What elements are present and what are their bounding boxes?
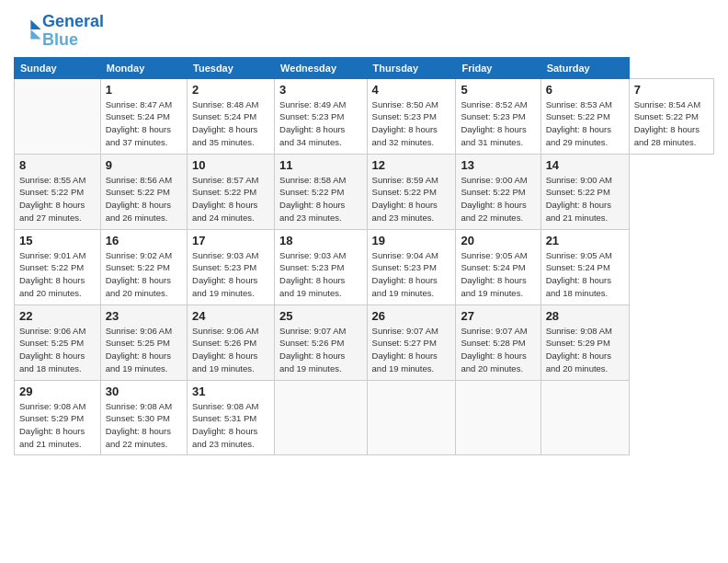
day-info: Sunrise: 9:02 AMSunset: 5:22 PMDaylight:… [106, 249, 182, 300]
calendar-week-1: 1Sunrise: 8:47 AMSunset: 5:24 PMDaylight… [15, 78, 714, 154]
day-number: 28 [546, 309, 624, 323]
calendar-cell: 11Sunrise: 8:58 AMSunset: 5:22 PMDayligh… [275, 154, 368, 229]
calendar-cell: 23Sunrise: 9:06 AMSunset: 5:25 PMDayligh… [100, 304, 187, 380]
day-info: Sunrise: 9:03 AMSunset: 5:23 PMDaylight:… [192, 249, 269, 300]
calendar-cell: 26Sunrise: 9:07 AMSunset: 5:27 PMDayligh… [367, 304, 456, 380]
day-number: 5 [461, 83, 535, 97]
page: General Blue SundayMondayTuesdayWednesda… [0, 0, 728, 563]
day-number: 9 [106, 158, 182, 172]
day-number: 25 [279, 309, 362, 323]
day-info: Sunrise: 9:08 AMSunset: 5:31 PMDaylight:… [192, 400, 269, 451]
day-info: Sunrise: 8:47 AMSunset: 5:24 PMDaylight:… [106, 98, 182, 149]
calendar-cell [275, 380, 368, 454]
day-number: 14 [546, 158, 624, 172]
calendar-cell: 14Sunrise: 9:00 AMSunset: 5:22 PMDayligh… [540, 154, 629, 229]
calendar-cell: 1Sunrise: 8:47 AMSunset: 5:24 PMDaylight… [100, 78, 187, 154]
day-number: 22 [19, 309, 96, 323]
day-info: Sunrise: 9:08 AMSunset: 5:30 PMDaylight:… [106, 400, 182, 451]
calendar-cell: 4Sunrise: 8:50 AMSunset: 5:23 PMDaylight… [367, 78, 456, 154]
calendar-header-wednesday: Wednesday [275, 57, 368, 78]
day-number: 11 [279, 158, 362, 172]
calendar-cell: 18Sunrise: 9:03 AMSunset: 5:23 PMDayligh… [275, 229, 368, 304]
calendar-cell: 30Sunrise: 9:08 AMSunset: 5:30 PMDayligh… [100, 380, 187, 454]
day-info: Sunrise: 9:00 AMSunset: 5:22 PMDaylight:… [546, 174, 624, 224]
calendar-cell [456, 380, 540, 454]
day-number: 21 [546, 234, 624, 247]
day-info: Sunrise: 8:58 AMSunset: 5:22 PMDaylight:… [279, 174, 362, 224]
calendar-cell: 15Sunrise: 9:01 AMSunset: 5:22 PMDayligh… [15, 229, 101, 304]
calendar-cell: 9Sunrise: 8:56 AMSunset: 5:22 PMDaylight… [100, 154, 187, 229]
day-info: Sunrise: 9:01 AMSunset: 5:22 PMDaylight:… [19, 249, 96, 300]
day-number: 13 [461, 158, 535, 172]
calendar-cell: 6Sunrise: 8:53 AMSunset: 5:22 PMDaylight… [540, 78, 629, 154]
logo-icon [17, 17, 42, 42]
day-number: 4 [372, 83, 451, 97]
calendar-week-5: 29Sunrise: 9:08 AMSunset: 5:29 PMDayligh… [15, 380, 714, 454]
calendar-cell: 20Sunrise: 9:05 AMSunset: 5:24 PMDayligh… [456, 229, 540, 304]
day-info: Sunrise: 8:53 AMSunset: 5:22 PMDaylight:… [546, 98, 624, 149]
day-number: 24 [192, 309, 269, 323]
day-info: Sunrise: 8:56 AMSunset: 5:22 PMDaylight:… [106, 174, 182, 224]
day-info: Sunrise: 8:55 AMSunset: 5:22 PMDaylight:… [19, 174, 96, 224]
day-info: Sunrise: 8:59 AMSunset: 5:22 PMDaylight:… [372, 174, 451, 224]
calendar-cell [367, 380, 456, 454]
day-number: 1 [106, 83, 182, 97]
day-info: Sunrise: 9:06 AMSunset: 5:25 PMDaylight:… [19, 325, 96, 375]
day-number: 27 [461, 309, 535, 323]
svg-marker-0 [30, 19, 40, 29]
calendar-header-thursday: Thursday [367, 57, 456, 78]
day-info: Sunrise: 8:52 AMSunset: 5:23 PMDaylight:… [461, 98, 535, 149]
day-number: 15 [19, 234, 96, 247]
calendar-cell: 19Sunrise: 9:04 AMSunset: 5:23 PMDayligh… [367, 229, 456, 304]
day-info: Sunrise: 9:07 AMSunset: 5:27 PMDaylight:… [372, 325, 451, 375]
day-number: 20 [461, 234, 535, 247]
day-number: 3 [279, 83, 362, 97]
day-info: Sunrise: 9:05 AMSunset: 5:24 PMDaylight:… [546, 249, 624, 300]
header: General Blue [14, 9, 714, 50]
calendar-cell: 13Sunrise: 9:00 AMSunset: 5:22 PMDayligh… [456, 154, 540, 229]
calendar-cell: 22Sunrise: 9:06 AMSunset: 5:25 PMDayligh… [15, 304, 101, 380]
logo: General Blue [14, 13, 104, 50]
day-info: Sunrise: 9:06 AMSunset: 5:26 PMDaylight:… [192, 325, 269, 375]
day-number: 12 [372, 158, 451, 172]
calendar-cell: 7Sunrise: 8:54 AMSunset: 5:22 PMDaylight… [629, 78, 713, 154]
day-info: Sunrise: 9:08 AMSunset: 5:29 PMDaylight:… [19, 400, 96, 451]
day-number: 16 [106, 234, 182, 247]
day-info: Sunrise: 9:07 AMSunset: 5:28 PMDaylight:… [461, 325, 535, 375]
day-info: Sunrise: 8:48 AMSunset: 5:24 PMDaylight:… [192, 98, 269, 149]
day-number: 26 [372, 309, 451, 323]
calendar-cell: 10Sunrise: 8:57 AMSunset: 5:22 PMDayligh… [188, 154, 275, 229]
day-info: Sunrise: 8:49 AMSunset: 5:23 PMDaylight:… [279, 98, 362, 149]
calendar-week-3: 15Sunrise: 9:01 AMSunset: 5:22 PMDayligh… [15, 229, 714, 304]
calendar-cell: 8Sunrise: 8:55 AMSunset: 5:22 PMDaylight… [15, 154, 101, 229]
calendar-cell: 27Sunrise: 9:07 AMSunset: 5:28 PMDayligh… [456, 304, 540, 380]
calendar-week-2: 8Sunrise: 8:55 AMSunset: 5:22 PMDaylight… [15, 154, 714, 229]
day-info: Sunrise: 9:03 AMSunset: 5:23 PMDaylight:… [279, 249, 362, 300]
calendar-header-tuesday: Tuesday [188, 57, 275, 78]
calendar-cell: 16Sunrise: 9:02 AMSunset: 5:22 PMDayligh… [100, 229, 187, 304]
day-number: 31 [192, 385, 269, 398]
calendar-cell: 17Sunrise: 9:03 AMSunset: 5:23 PMDayligh… [188, 229, 275, 304]
day-info: Sunrise: 8:57 AMSunset: 5:22 PMDaylight:… [192, 174, 269, 224]
day-number: 7 [634, 83, 709, 97]
calendar-cell: 3Sunrise: 8:49 AMSunset: 5:23 PMDaylight… [275, 78, 368, 154]
calendar-cell: 29Sunrise: 9:08 AMSunset: 5:29 PMDayligh… [15, 380, 101, 454]
calendar-cell: 24Sunrise: 9:06 AMSunset: 5:26 PMDayligh… [188, 304, 275, 380]
day-number: 6 [546, 83, 624, 97]
day-number: 8 [19, 158, 96, 172]
calendar-cell: 21Sunrise: 9:05 AMSunset: 5:24 PMDayligh… [540, 229, 629, 304]
calendar-cell: 12Sunrise: 8:59 AMSunset: 5:22 PMDayligh… [367, 154, 456, 229]
day-number: 17 [192, 234, 269, 247]
day-info: Sunrise: 8:54 AMSunset: 5:22 PMDaylight:… [634, 98, 709, 149]
day-number: 19 [372, 234, 451, 247]
day-info: Sunrise: 9:06 AMSunset: 5:25 PMDaylight:… [106, 325, 182, 375]
calendar-header-sunday: Sunday [15, 57, 101, 78]
day-info: Sunrise: 9:07 AMSunset: 5:26 PMDaylight:… [279, 325, 362, 375]
calendar-cell: 25Sunrise: 9:07 AMSunset: 5:26 PMDayligh… [275, 304, 368, 380]
day-number: 29 [19, 385, 96, 398]
calendar-header-saturday: Saturday [540, 57, 629, 78]
day-number: 2 [192, 83, 269, 97]
calendar-cell [540, 380, 629, 454]
day-number: 30 [106, 385, 182, 398]
calendar-cell: 5Sunrise: 8:52 AMSunset: 5:23 PMDaylight… [456, 78, 540, 154]
